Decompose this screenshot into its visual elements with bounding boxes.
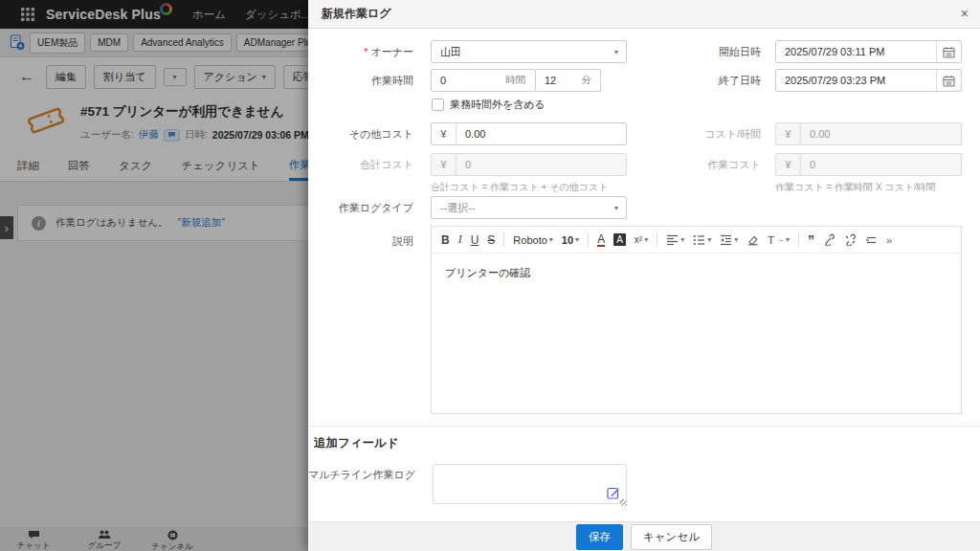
hours-value: 0 xyxy=(432,75,446,86)
screen: ServiceDesk Plus ホーム ダッシュボ... リクエスト UEM製… xyxy=(0,0,980,551)
superscript-value: x² xyxy=(635,234,642,245)
insert-line-button[interactable] xyxy=(865,234,878,246)
indent-dropdown[interactable]: ▾ xyxy=(720,234,738,246)
font-size-dropdown[interactable]: 10▾ xyxy=(562,234,579,246)
toolbar-separator xyxy=(798,232,799,247)
other-cost-label: その他コスト xyxy=(308,122,413,145)
description-editor[interactable]: B I U S Roboto▾ 10▾ A A x²▾ ▾ xyxy=(431,226,962,414)
work-cost-hint: 作業コスト = 作業時間 X コスト/時間 xyxy=(775,181,936,194)
align-icon xyxy=(666,234,679,246)
text-direction-dropdown[interactable]: T→▾ xyxy=(768,234,790,246)
caret-down-icon: ▾ xyxy=(680,235,684,244)
start-time-field[interactable]: 2025/07/29 03:11 PM xyxy=(775,40,962,63)
nonoperational-checkbox[interactable] xyxy=(432,99,444,111)
modal-title: 新規作業ログ xyxy=(322,6,391,22)
align-dropdown[interactable]: ▾ xyxy=(666,234,684,246)
cancel-button[interactable]: キャンセル xyxy=(631,524,712,550)
work-cost-label: 作業コスト xyxy=(624,153,761,176)
superscript-dropdown[interactable]: x²▾ xyxy=(635,234,648,245)
total-cost-hint: 合計コスト = 作業コスト + その他コスト xyxy=(431,181,608,194)
section-divider xyxy=(308,426,980,427)
time-taken-label: 作業時間 xyxy=(308,69,413,92)
minutes-value: 12 xyxy=(536,75,556,86)
work-cost-value: 0 xyxy=(801,159,815,170)
compose-icon[interactable] xyxy=(607,486,620,499)
arrow-right-icon: → xyxy=(776,235,784,244)
eraser-icon xyxy=(746,233,759,246)
currency-symbol: ¥ xyxy=(776,154,801,175)
font-color-button[interactable]: A xyxy=(597,233,605,247)
caret-down-icon: ▾ xyxy=(734,235,738,244)
font-family-dropdown[interactable]: Roboto▾ xyxy=(513,234,553,246)
highlight-color-button[interactable]: A xyxy=(613,233,626,246)
total-cost-label: 合計コスト xyxy=(308,153,413,176)
total-cost-value: 0 xyxy=(457,159,471,170)
blockquote-button[interactable]: ” xyxy=(808,232,814,248)
caret-down-icon: ▾ xyxy=(786,235,790,244)
unlink-icon xyxy=(844,233,857,246)
start-time-label: 開始日時 xyxy=(624,40,761,63)
multiline-worklog-textarea[interactable] xyxy=(433,464,627,504)
nonoperational-label: 業務時間外を含める xyxy=(450,98,546,112)
underline-button[interactable]: U xyxy=(471,233,479,247)
currency-symbol: ¥ xyxy=(776,123,801,144)
hours-input[interactable]: 0 時間 xyxy=(431,69,536,92)
owner-value: 山田 xyxy=(432,45,461,59)
indent-icon xyxy=(720,234,732,246)
other-cost-value: 0.00 xyxy=(457,128,485,140)
italic-button[interactable]: I xyxy=(458,232,462,247)
work-cost-field: ¥ 0 xyxy=(775,153,962,176)
cost-per-hour-value: 0.00 xyxy=(801,128,830,140)
strikethrough-button[interactable]: S xyxy=(487,233,495,247)
end-time-label: 終了日時 xyxy=(624,69,761,92)
worklog-type-label: 作業ログタイプ xyxy=(308,196,413,219)
additional-fields-title: 追加フィールド xyxy=(314,435,399,452)
clear-format-button[interactable] xyxy=(746,233,759,246)
resize-handle[interactable] xyxy=(620,499,627,506)
start-calendar-button[interactable] xyxy=(936,41,961,62)
lines-icon xyxy=(865,234,878,246)
caret-down-icon: ▾ xyxy=(549,235,553,244)
close-icon[interactable]: × xyxy=(961,6,969,21)
description-content[interactable]: プリンターの確認 xyxy=(432,253,961,293)
worklog-type-select[interactable]: --選択-- ▾ xyxy=(431,196,627,219)
save-button[interactable]: 保存 xyxy=(576,524,623,550)
cost-per-hour-label: コスト/時間 xyxy=(624,122,761,145)
total-cost-field: ¥ 0 xyxy=(431,153,627,176)
owner-label-text: オーナー xyxy=(370,46,413,57)
new-worklog-modal: 新規作業ログ × *オーナー 山田 ▾ 開始日時 2025/07/29 03:1… xyxy=(308,0,980,551)
more-tools-button[interactable]: » xyxy=(886,234,892,246)
description-label: 説明 xyxy=(308,230,413,253)
unlink-button[interactable] xyxy=(844,233,857,246)
owner-select[interactable]: 山田 ▾ xyxy=(431,40,627,63)
caret-down-icon: ▾ xyxy=(614,48,618,56)
caret-down-icon: ▾ xyxy=(644,235,648,244)
currency-symbol: ¥ xyxy=(432,154,457,175)
caret-down-icon: ▾ xyxy=(707,235,711,244)
insert-link-button[interactable] xyxy=(823,233,835,246)
end-time-value: 2025/07/29 03:23 PM xyxy=(776,75,885,86)
font-size-value: 10 xyxy=(562,234,573,246)
caret-down-icon: ▾ xyxy=(614,204,618,212)
hours-unit: 時間 xyxy=(505,74,525,87)
calendar-icon xyxy=(943,46,955,58)
minutes-unit: 分 xyxy=(582,74,592,87)
toolbar-separator xyxy=(503,232,504,247)
worklog-type-value: --選択-- xyxy=(432,201,476,215)
bold-button[interactable]: B xyxy=(441,233,450,247)
caret-down-icon: ▾ xyxy=(575,235,579,244)
end-calendar-button[interactable] xyxy=(936,70,961,91)
cost-per-hour-field: ¥ 0.00 xyxy=(775,122,962,145)
end-time-field[interactable]: 2025/07/29 03:23 PM xyxy=(775,69,962,92)
toolbar-separator xyxy=(588,232,589,247)
owner-label: *オーナー xyxy=(308,40,413,63)
text-direction-letter: T xyxy=(768,234,774,246)
link-icon xyxy=(823,233,835,246)
list-dropdown[interactable]: ▾ xyxy=(693,234,711,246)
multiline-worklog-label: マルチライン作業ログ xyxy=(308,469,413,481)
font-family-value: Roboto xyxy=(513,234,546,246)
editor-toolbar: B I U S Roboto▾ 10▾ A A x²▾ ▾ xyxy=(432,227,961,253)
required-asterisk: * xyxy=(364,46,368,57)
other-cost-field[interactable]: ¥ 0.00 xyxy=(431,122,627,145)
minutes-input[interactable]: 12 分 xyxy=(535,69,601,92)
